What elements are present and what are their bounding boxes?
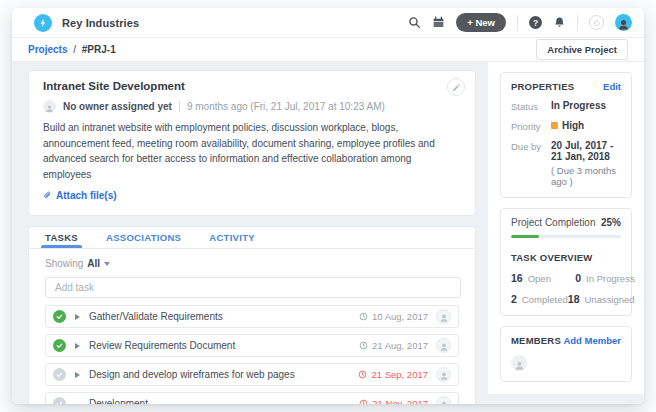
owner-avatar-icon (43, 100, 56, 113)
completion-card: Project Completion 25% TASK OVERVIEW 16 … (500, 208, 632, 316)
new-button[interactable]: + New (456, 13, 506, 32)
task-due: 21 Sep, 2017 (358, 369, 428, 380)
attach-files-label: Attach file(s) (56, 190, 117, 201)
breadcrumb-current: #PRJ-1 (82, 44, 116, 55)
task-title: Design and develop wireframes for web pa… (89, 369, 295, 380)
assignee-avatar-icon[interactable] (436, 309, 451, 324)
filter-dropdown[interactable]: All (87, 258, 110, 269)
tab-activity[interactable]: ACTIVITY (209, 227, 255, 248)
clock-icon (359, 341, 368, 350)
meta-divider (179, 101, 180, 112)
task-row-meta: 10 Aug, 2017 (359, 309, 451, 324)
attach-files-link[interactable]: Attach file(s) (43, 190, 117, 201)
breadcrumb-bar: Projects / #PRJ-1 Archive Project (12, 38, 644, 62)
priority-label: Priority (511, 120, 551, 132)
task-due-date: 21 Nov, 2017 (372, 398, 428, 404)
member-avatar-icon[interactable] (511, 355, 527, 371)
stat-unassigned: 18 Unassigned (568, 293, 635, 305)
tab-tasks[interactable]: TASKS (45, 227, 78, 248)
user-avatar[interactable] (615, 14, 632, 31)
brand-name: Rey Industries (62, 17, 139, 29)
expand-caret-icon[interactable] (75, 343, 80, 349)
task-due-date: 21 Aug, 2017 (372, 340, 428, 351)
tab-bar: TASKS ASSOCIATIONS ACTIVITY (29, 227, 475, 249)
topbar-divider (517, 15, 518, 31)
help-icon[interactable]: ? (529, 16, 542, 29)
completion-bar-fill (511, 235, 539, 238)
task-due-date: 10 Aug, 2017 (372, 311, 428, 322)
tasks-card: TASKS ASSOCIATIONS ACTIVITY Showing All (28, 226, 476, 404)
task-check-icon[interactable] (53, 310, 66, 323)
due-by-label: Due by (511, 140, 551, 187)
breadcrumb-separator: / (73, 44, 76, 55)
task-title: Review Requirements Document (89, 340, 235, 351)
add-member-link[interactable]: Add Member (563, 335, 621, 346)
assignee-avatar-icon[interactable] (436, 396, 451, 404)
app-window: Rey Industries + New ? Proje (12, 8, 644, 404)
completion-header: Project Completion 25% (511, 217, 621, 228)
archive-project-button[interactable]: Archive Project (536, 39, 628, 60)
brand-logo-icon[interactable] (34, 14, 52, 32)
tab-associations[interactable]: ASSOCIATIONS (106, 227, 181, 248)
chevron-down-icon (104, 262, 110, 266)
task-row[interactable]: Review Requirements Document 21 Aug, 201… (45, 334, 459, 357)
app-switcher-icon[interactable] (589, 15, 604, 30)
edit-project-button[interactable] (447, 78, 465, 96)
completion-percent: 25% (601, 217, 621, 228)
task-row[interactable]: Development 21 Nov, 2017 (45, 392, 459, 404)
task-check-icon[interactable] (53, 397, 66, 404)
pencil-icon (452, 83, 461, 92)
task-due: 10 Aug, 2017 (359, 311, 428, 322)
task-due: 21 Aug, 2017 (359, 340, 428, 351)
lightning-icon (38, 18, 48, 28)
priority-value: High (551, 120, 584, 132)
task-overview-stats: 16 Open 0 In Progress 2 Completed 18 Una… (511, 272, 621, 305)
right-sidebar: PROPERTIES Edit Status In Progress Prior… (488, 62, 644, 394)
properties-card: PROPERTIES Edit Status In Progress Prior… (500, 72, 632, 198)
project-title: Intranet Site Development (43, 80, 461, 92)
property-priority-row: Priority High (511, 120, 621, 132)
breadcrumb: Projects / #PRJ-1 (28, 44, 116, 55)
paperclip-icon (43, 191, 52, 200)
filter-value: All (87, 258, 100, 269)
project-meta-row: No owner assigned yet 9 months ago (Fri,… (43, 100, 461, 113)
clock-icon (358, 370, 367, 379)
task-title: Development (89, 398, 148, 404)
clock-icon (359, 399, 368, 404)
properties-heading: PROPERTIES (511, 81, 574, 92)
status-label: Status (511, 100, 551, 112)
search-icon[interactable] (408, 16, 421, 29)
topbar-actions: + New ? (408, 13, 632, 32)
expand-caret-icon[interactable] (75, 372, 80, 378)
content-area: Intranet Site Development No owner assig… (12, 62, 644, 404)
project-summary-card: Intranet Site Development No owner assig… (28, 70, 476, 216)
assignee-avatar-icon[interactable] (436, 367, 451, 382)
assignee-avatar-icon[interactable] (436, 338, 451, 353)
add-task-input[interactable] (45, 277, 461, 298)
main-column: Intranet Site Development No owner assig… (12, 62, 476, 404)
property-status-row: Status In Progress (511, 100, 621, 112)
stat-in-progress: 0 In Progress (568, 272, 635, 284)
task-row-meta: 21 Nov, 2017 (359, 396, 451, 404)
task-check-icon[interactable] (53, 368, 66, 381)
notifications-bell-icon[interactable] (553, 16, 566, 29)
task-row-meta: 21 Sep, 2017 (358, 367, 451, 382)
edit-properties-link[interactable]: Edit (603, 81, 621, 92)
task-list: Gather/Validate Requirements 10 Aug, 201… (45, 305, 459, 404)
calendar-icon[interactable] (432, 16, 445, 29)
task-row[interactable]: Gather/Validate Requirements 10 Aug, 201… (45, 305, 459, 328)
stat-completed: 2 Completed (511, 293, 568, 305)
filter-row: Showing All (45, 258, 459, 269)
task-due: 21 Nov, 2017 (359, 398, 428, 404)
task-row[interactable]: Design and develop wireframes for web pa… (45, 363, 459, 386)
task-check-icon[interactable] (53, 339, 66, 352)
expand-caret-icon[interactable] (75, 314, 80, 320)
showing-label: Showing (45, 258, 83, 269)
breadcrumb-projects-link[interactable]: Projects (28, 44, 67, 55)
members-header: MEMBERS Add Member (511, 335, 621, 346)
property-due-row: Due by 20 Jul, 2017 - 21 Jan, 2018 ( Due… (511, 140, 621, 187)
members-heading: MEMBERS (511, 335, 561, 346)
created-timestamp: 9 months ago (Fri, 21 Jul, 2017 at 10:23… (187, 101, 385, 112)
project-description: Build an intranet website with employmen… (43, 120, 461, 182)
due-note: ( Due 3 months ago ) (551, 165, 621, 187)
